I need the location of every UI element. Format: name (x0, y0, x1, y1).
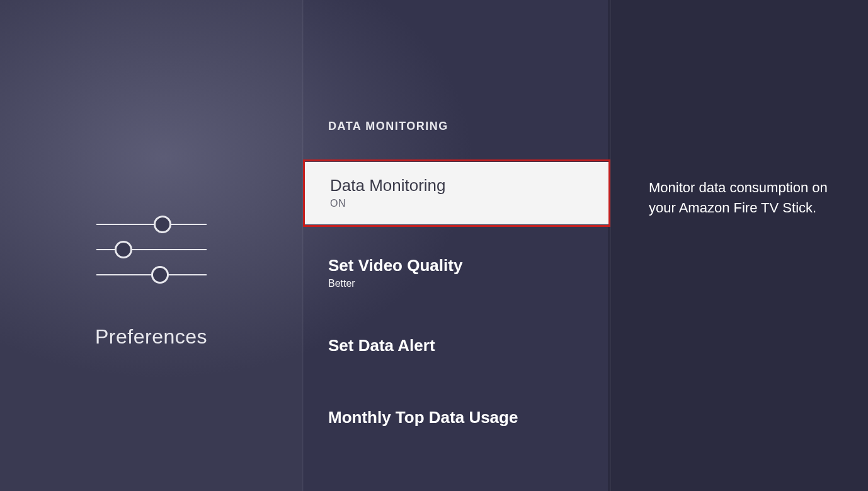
menu-item-label: Data Monitoring (330, 176, 583, 195)
menu-item-label: Set Video Quality (328, 256, 585, 275)
menu-item-set-video-quality[interactable]: Set Video Quality Better (303, 245, 610, 302)
menu-item-value: Better (328, 278, 585, 289)
menu-list: Data Monitoring ON Set Video Quality Bet… (303, 144, 610, 445)
description-panel: Monitor data consumption on your Amazon … (611, 0, 868, 491)
menu-item-label: Monthly Top Data Usage (328, 403, 585, 432)
settings-list-panel: DATA MONITORING Data Monitoring ON Set V… (302, 0, 611, 491)
preferences-sliders-icon (96, 212, 207, 287)
settings-screen: Preferences DATA MONITORING Data Monitor… (0, 0, 868, 491)
menu-item-value: ON (330, 198, 583, 209)
left-panel: Preferences (0, 0, 302, 491)
item-description: Monitor data consumption on your Amazon … (649, 178, 843, 218)
menu-item-monthly-top-data-usage[interactable]: Monthly Top Data Usage (303, 391, 610, 445)
section-title: Preferences (95, 325, 207, 349)
settings-header: DATA MONITORING (303, 120, 610, 144)
menu-item-set-data-alert[interactable]: Set Data Alert (303, 320, 610, 373)
selected-item-highlight: Data Monitoring ON (303, 159, 610, 227)
menu-item-label: Set Data Alert (328, 331, 585, 361)
menu-item-data-monitoring[interactable]: Data Monitoring ON (305, 162, 608, 224)
